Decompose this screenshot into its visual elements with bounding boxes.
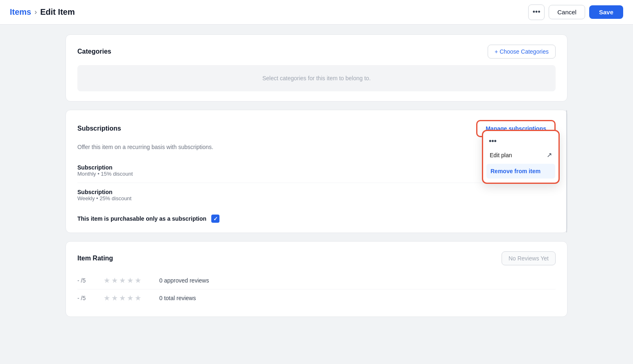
star-3: ★	[119, 276, 126, 285]
star-5: ★	[135, 294, 141, 303]
choose-categories-button[interactable]: + Choose Categories	[488, 45, 556, 59]
subscription-row-2: Subscription Weekly • 25% discount ••• •…	[77, 183, 556, 207]
star-4: ★	[127, 294, 133, 303]
save-button[interactable]: Save	[589, 5, 623, 19]
dropdown-dots: •••	[483, 134, 558, 147]
purchasable-label: This item is purchasable only as a subsc…	[77, 215, 206, 222]
breadcrumb: Items › Edit Item	[10, 7, 75, 17]
remove-from-item-label: Remove from item	[491, 168, 540, 174]
star-2: ★	[111, 276, 118, 285]
rating-title: Item Rating	[77, 255, 113, 262]
header: Items › Edit Item ••• Cancel Save	[0, 0, 633, 25]
approved-review-count: 0 approved reviews	[159, 277, 209, 284]
rating-row-total: - /5 ★ ★ ★ ★ ★ 0 total reviews	[77, 289, 556, 307]
total-stars: ★ ★ ★ ★ ★	[104, 294, 141, 303]
more-options-button[interactable]: •••	[528, 5, 545, 20]
header-actions: ••• Cancel Save	[528, 5, 623, 20]
total-score: - /5	[77, 295, 94, 301]
subscriptions-title: Subscriptions	[77, 125, 121, 132]
remove-from-item-item[interactable]: Remove from item	[486, 164, 555, 179]
edit-plan-item[interactable]: Edit plan ↗	[483, 147, 558, 163]
purchasable-checkbox[interactable]	[211, 215, 219, 223]
breadcrumb-separator: ›	[34, 8, 37, 16]
approved-stars: ★ ★ ★ ★ ★	[104, 276, 141, 285]
subscription-name-1: Subscription	[77, 164, 133, 171]
edit-plan-label: Edit plan	[490, 152, 512, 158]
star-3: ★	[119, 294, 126, 303]
rating-card: Item Rating No Reviews Yet - /5 ★ ★ ★ ★ …	[66, 241, 567, 317]
subscription-dropdown: ••• Edit plan ↗ Remove from item	[482, 130, 560, 184]
star-1: ★	[104, 294, 110, 303]
dashed-divider	[566, 110, 567, 233]
page-title: Edit Item	[40, 7, 75, 17]
subscription-info-2: Subscription Weekly • 25% discount	[77, 189, 131, 201]
subscription-detail-2: Weekly • 25% discount	[77, 195, 131, 201]
approved-score: - /5	[77, 277, 94, 284]
external-link-icon: ↗	[547, 151, 552, 159]
star-4: ★	[127, 276, 133, 285]
subscription-detail-1: Monthly • 15% discount	[77, 171, 133, 177]
subscription-name-2: Subscription	[77, 189, 131, 195]
star-5: ★	[135, 276, 141, 285]
subscription-info-1: Subscription Monthly • 15% discount	[77, 164, 133, 177]
rating-card-header: Item Rating No Reviews Yet	[77, 251, 556, 265]
categories-card-header: Categories + Choose Categories	[77, 45, 556, 59]
purchasable-subscription-row: This item is purchasable only as a subsc…	[77, 207, 556, 223]
star-1: ★	[104, 276, 110, 285]
cancel-button[interactable]: Cancel	[549, 5, 585, 19]
rating-row-approved: - /5 ★ ★ ★ ★ ★ 0 approved reviews	[77, 272, 556, 289]
categories-empty-state: Select categories for this item to belon…	[77, 65, 556, 91]
breadcrumb-items-link[interactable]: Items	[10, 7, 31, 17]
no-reviews-button: No Reviews Yet	[502, 251, 556, 265]
main-content: Categories + Choose Categories Select ca…	[0, 25, 633, 327]
categories-title: Categories	[77, 48, 111, 55]
star-2: ★	[111, 294, 118, 303]
total-review-count: 0 total reviews	[159, 295, 196, 301]
subscription-list: Subscription Monthly • 15% discount Subs…	[77, 158, 556, 207]
subscriptions-card: Subscriptions Manage subscriptions Offer…	[66, 110, 567, 233]
categories-card: Categories + Choose Categories Select ca…	[66, 34, 567, 102]
